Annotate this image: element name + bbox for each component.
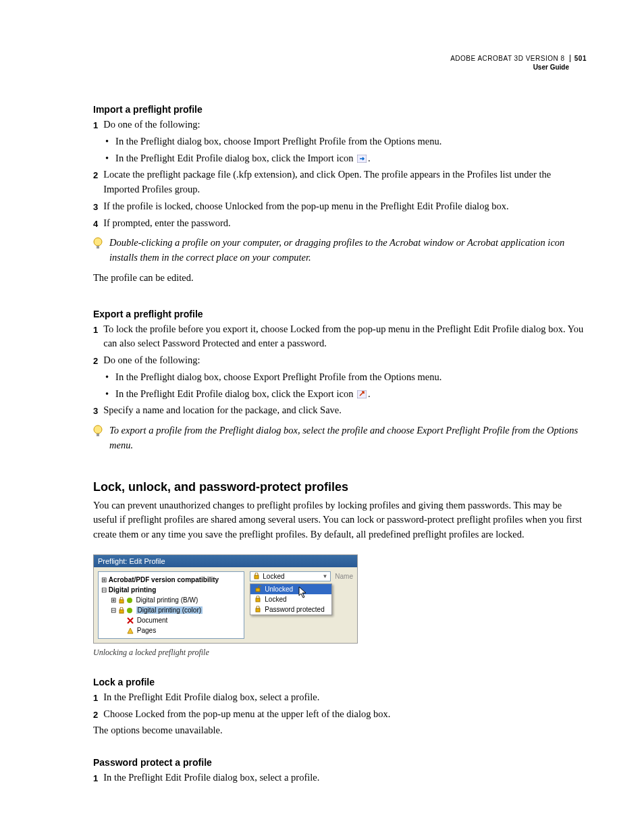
product-name: ADOBE ACROBAT 3D VERSION 8	[450, 55, 564, 62]
menu-option-unlocked[interactable]: Unlocked	[250, 584, 331, 594]
cursor-icon	[298, 586, 308, 598]
lock-profile-heading: Lock a profile	[93, 677, 587, 687]
warning-icon	[127, 627, 134, 634]
svg-point-4	[94, 425, 102, 434]
bullet-text: In the Preflight Edit Profile dialog box…	[115, 387, 371, 402]
body-text: The profile can be edited.	[93, 271, 587, 286]
step-number: 1	[93, 690, 98, 705]
body-text: You can prevent unauthorized changes to …	[93, 498, 587, 542]
unlock-icon	[254, 585, 261, 592]
step-text: If the profile is locked, choose Unlocke…	[103, 199, 508, 214]
step-text: If prompted, enter the password.	[103, 216, 230, 231]
step-number: 3	[93, 403, 98, 418]
svg-point-9	[127, 608, 132, 613]
svg-rect-6	[119, 600, 124, 603]
svg-rect-8	[119, 610, 124, 613]
name-label: Name	[335, 573, 353, 580]
page-number: 501	[570, 55, 587, 62]
x-icon	[127, 617, 134, 624]
profile-icon	[126, 607, 133, 614]
step-text: Do one of the following:	[103, 118, 200, 132]
lightbulb-icon	[93, 237, 103, 251]
bullet-text: In the Preflight dialog box, choose Impo…	[115, 134, 441, 149]
svg-point-7	[127, 598, 132, 603]
chevron-down-icon: ▼	[322, 573, 327, 579]
page-header: ADOBE ACROBAT 3D VERSION 8 501 User Guid…	[93, 54, 587, 72]
menu-option-locked[interactable]: Locked	[250, 594, 331, 604]
lock-icon	[254, 606, 261, 613]
lock-heading: Lock, unlock, and password-protect profi…	[93, 480, 587, 494]
export-heading: Export a preflight profile	[93, 309, 587, 319]
step-text: Specify a name and location for the pack…	[103, 403, 342, 418]
password-protect-heading: Password protect a profile	[93, 757, 587, 768]
bullet-text: In the Preflight dialog box, choose Expo…	[115, 370, 441, 385]
figure-edit-profile: Preflight: Edit Profile ⊞ Acrobat/PDF ve…	[93, 554, 358, 644]
import-icon	[357, 155, 367, 163]
svg-rect-13	[256, 608, 260, 612]
export-icon	[357, 390, 367, 398]
step-text: Choose Locked from the pop-up menu at th…	[103, 707, 390, 722]
lock-icon	[118, 607, 125, 614]
svg-rect-5	[97, 434, 99, 436]
step-text: To lock the profile before you export it…	[103, 322, 587, 352]
figure-caption: Unlocking a locked preflight profile	[93, 648, 587, 658]
menu-option-password[interactable]: Password protected	[250, 604, 331, 615]
lock-icon	[254, 596, 261, 602]
step-number: 3	[93, 199, 98, 214]
tip-text: Double-clicking a profile on your comput…	[109, 236, 587, 265]
step-number: 2	[93, 353, 98, 368]
header-subtitle: User Guide	[450, 63, 587, 72]
svg-point-1	[94, 238, 102, 246]
step-text: Do one of the following:	[103, 353, 200, 368]
bullet-text: In the Preflight Edit Profile dialog box…	[115, 151, 371, 166]
step-number: 1	[93, 771, 98, 785]
tip-text: To export a profile from the Preflight d…	[109, 423, 587, 453]
lock-icon	[253, 573, 260, 579]
profile-tree[interactable]: ⊞ Acrobat/PDF version compatibility ⊟ Di…	[98, 571, 244, 639]
lock-icon	[118, 597, 125, 604]
step-number: 4	[93, 216, 98, 231]
profile-icon	[126, 597, 133, 604]
step-number: 1	[93, 322, 98, 352]
import-heading: Import a preflight profile	[93, 104, 587, 115]
lock-state-menu: Unlocked Locked Password protected	[250, 583, 332, 615]
dialog-title: Preflight: Edit Profile	[94, 555, 357, 567]
lock-state-dropdown[interactable]: Locked ▼	[250, 571, 331, 581]
svg-rect-12	[256, 598, 260, 602]
svg-rect-2	[97, 246, 99, 249]
step-number: 1	[93, 118, 98, 132]
step-number: 2	[93, 167, 98, 197]
body-text: The options become unavailable.	[93, 723, 587, 738]
step-text: In the Preflight Edit Profile dialog box…	[103, 690, 319, 705]
step-text: In the Preflight Edit Profile dialog box…	[103, 771, 319, 785]
svg-rect-10	[254, 575, 259, 579]
step-text: Locate the preflight package file (.kfp …	[103, 167, 587, 197]
lightbulb-icon	[93, 425, 103, 438]
step-number: 2	[93, 707, 98, 722]
svg-rect-11	[256, 588, 260, 592]
